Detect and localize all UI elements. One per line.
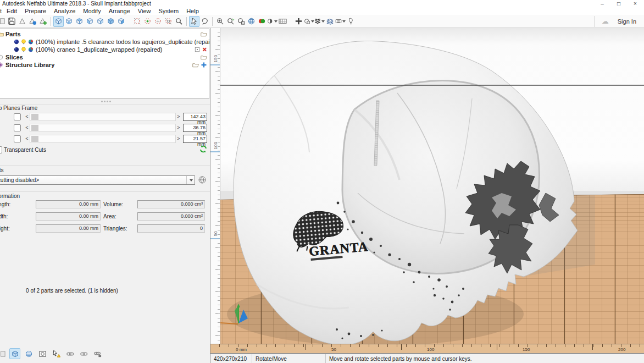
link-icon[interactable]	[78, 348, 89, 359]
cloud-icon[interactable]: ☁	[597, 17, 613, 25]
slider-left-arrow[interactable]: <	[24, 114, 30, 119]
clip-x-value[interactable]: 142.43 mm	[183, 113, 207, 121]
sphere-cut-icon[interactable]	[198, 175, 207, 184]
reset-view-icon[interactable]	[225, 16, 236, 27]
platform-icon[interactable]	[304, 16, 314, 27]
viewport-3d[interactable]: GRANTA	[210, 28, 644, 363]
link-add-icon[interactable]	[92, 348, 103, 359]
length-value: 0.00 mm	[36, 200, 101, 208]
sign-in-button[interactable]: Sign In	[613, 18, 643, 25]
menu-item-arrange[interactable]: Arrange	[105, 8, 134, 14]
vertical-ruler: 150 100 50	[210, 28, 220, 344]
globe-icon[interactable]	[246, 16, 257, 27]
zoom-all-icon[interactable]	[163, 16, 174, 27]
magnifier-icon[interactable]	[174, 16, 184, 27]
save-view-icon[interactable]	[236, 16, 246, 27]
menu-item-analyze[interactable]: Analyze	[50, 8, 79, 14]
view-back-icon[interactable]	[95, 16, 106, 27]
zoom-selection-icon[interactable]	[142, 16, 153, 27]
panel-splitter[interactable]	[97, 101, 115, 103]
info-row-1: Length: 0.00 mm Volume: 0.000 cm³	[0, 200, 210, 208]
zoom-parts-icon[interactable]	[132, 16, 142, 27]
slider-left-arrow[interactable]: <	[24, 136, 30, 141]
camera-box-icon[interactable]	[37, 348, 48, 359]
dropdown-arrow-icon[interactable]	[186, 176, 195, 184]
slices-icon[interactable]	[325, 16, 335, 27]
cutting-mode-dropdown[interactable]: <cutting disabled>	[0, 175, 195, 185]
cube-move-icon[interactable]	[9, 348, 20, 359]
slider-thumb[interactable]	[31, 125, 38, 131]
clip-z-checkbox[interactable]	[14, 135, 21, 142]
toggle-colors-icon[interactable]	[257, 16, 267, 27]
clip-y-value[interactable]: 36.76 mm	[183, 124, 207, 132]
skull-scene: GRANTA	[210, 28, 644, 344]
clip-x-checkbox[interactable]	[14, 113, 21, 120]
cursor-warning-icon[interactable]	[51, 348, 62, 359]
slider-left-arrow[interactable]: <	[24, 125, 30, 130]
part-add-icon[interactable]	[38, 16, 48, 27]
open-folder-icon[interactable]	[200, 31, 207, 37]
refresh-icon[interactable]	[199, 145, 208, 153]
part-icon[interactable]	[17, 16, 27, 27]
maximize-button[interactable]: □	[615, 1, 622, 7]
slider-thumb[interactable]	[31, 136, 38, 142]
tree-item-implante[interactable]: (100%) implante .5 clearance todos los a…	[0, 38, 209, 46]
zoom-region-icon[interactable]	[153, 16, 163, 27]
keypad-icon[interactable]	[335, 16, 346, 27]
bulb-icon[interactable]	[20, 46, 27, 53]
tree-root-structure-library[interactable]: Structure Library	[0, 61, 209, 69]
partial-icon[interactable]	[0, 16, 7, 27]
volume-label: Volume:	[101, 201, 137, 207]
filmstrip-icon[interactable]	[277, 16, 288, 27]
platform-size-status: 420x270x210	[210, 354, 252, 363]
zoom-in-icon[interactable]	[215, 16, 225, 27]
width-label: Width:	[0, 213, 36, 219]
transparent-cuts-checkbox[interactable]	[0, 146, 2, 153]
view-isometric-icon[interactable]	[53, 16, 64, 27]
clip-z-slider[interactable]	[30, 135, 176, 143]
tree-item-craneo[interactable]: (100%) craneo 1_duplicate_wrapped (repai…	[0, 46, 209, 53]
shading-icon[interactable]	[267, 16, 277, 27]
tree-root-parts[interactable]: Parts	[0, 30, 209, 38]
view-right-icon[interactable]	[116, 16, 126, 27]
view-bottom-icon[interactable]	[64, 16, 74, 27]
delete-x-icon[interactable]: ✕	[202, 47, 207, 52]
link-icon[interactable]	[64, 348, 75, 359]
add-part-icon[interactable]	[293, 16, 304, 27]
menu-item-system[interactable]: System	[154, 8, 182, 14]
open-folder-icon[interactable]	[200, 54, 207, 61]
tree-root-slices[interactable]: Slices	[0, 53, 209, 61]
view-top-icon[interactable]	[74, 16, 85, 27]
lamp-icon[interactable]	[346, 16, 356, 27]
folder-plus-icon[interactable]	[200, 62, 207, 68]
slider-right-arrow[interactable]: >	[176, 136, 181, 141]
clip-x-slider[interactable]	[30, 113, 176, 121]
menu-item-modify[interactable]: Modify	[79, 8, 104, 14]
save-icon[interactable]	[7, 16, 17, 27]
view-front-icon[interactable]	[85, 16, 95, 27]
slider-right-arrow[interactable]: >	[176, 125, 181, 130]
sphere-stripes-icon[interactable]	[23, 348, 34, 359]
slider-thumb[interactable]	[31, 114, 38, 120]
menu-item-prepare[interactable]: Prepare	[21, 8, 50, 14]
menu-item-view[interactable]: View	[134, 8, 155, 14]
bulb-icon[interactable]	[20, 38, 27, 45]
clip-y-slider[interactable]	[30, 124, 176, 132]
minimize-button[interactable]: –	[599, 1, 606, 7]
slider-right-arrow[interactable]: >	[176, 114, 181, 119]
part-inspect-icon[interactable]	[27, 16, 38, 27]
close-button[interactable]: ×	[632, 1, 639, 7]
clip-y-checkbox[interactable]	[14, 124, 21, 131]
menu-item-help[interactable]: Help	[182, 8, 203, 14]
lasso-select-icon[interactable]	[199, 16, 210, 27]
open-folder-icon[interactable]	[192, 62, 199, 68]
clip-z-value[interactable]: 21.57 mm	[183, 135, 207, 143]
partial-icon[interactable]	[0, 348, 7, 359]
view-left-icon[interactable]	[106, 16, 116, 27]
box-icon[interactable]	[194, 46, 201, 53]
cursor-select-icon[interactable]	[189, 16, 199, 27]
scene-canvas[interactable]: GRANTA	[210, 28, 644, 344]
supports-icon[interactable]	[314, 16, 325, 27]
menu-item-edit[interactable]: Edit	[3, 8, 21, 14]
area-value: 0.000 cm²	[137, 212, 205, 221]
